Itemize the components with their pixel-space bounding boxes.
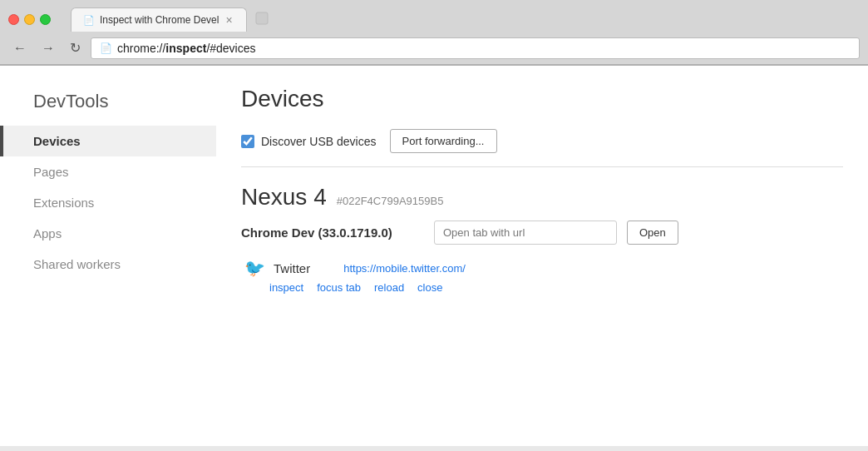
discover-usb-label: Discover USB devices: [261, 135, 377, 148]
back-button[interactable]: ←: [8, 37, 32, 59]
sidebar-item-shared-workers[interactable]: Shared workers: [0, 249, 216, 280]
sidebar-item-extensions[interactable]: Extensions: [0, 187, 216, 218]
device-id: #022F4C799A9159B5: [337, 195, 444, 207]
traffic-lights: [8, 14, 51, 25]
tab-item-header: 🐦 Twitter https://mobile.twitter.com/: [244, 258, 843, 278]
tab-actions: inspect focus tab reload close: [269, 281, 843, 294]
discover-usb-checkbox[interactable]: [241, 135, 254, 148]
close-link[interactable]: close: [417, 281, 442, 294]
svg-rect-0: [256, 12, 268, 24]
tab-url[interactable]: https://mobile.twitter.com/: [343, 262, 466, 275]
minimize-window-button[interactable]: [24, 14, 35, 25]
nav-bar: ← → ↻ 📄 chrome://inspect/#devices: [0, 32, 868, 65]
inspect-link[interactable]: inspect: [269, 281, 303, 294]
reload-link[interactable]: reload: [374, 281, 404, 294]
reload-button[interactable]: ↻: [65, 37, 86, 59]
address-text: chrome://inspect/#devices: [117, 42, 256, 55]
section-title: Devices: [241, 86, 843, 112]
devtools-title: DevTools: [0, 82, 216, 126]
browser-chrome: 📄 Inspect with Chrome Devel × ← → ↻ 📄 ch…: [0, 0, 868, 66]
address-bar[interactable]: 📄 chrome://inspect/#devices: [91, 37, 860, 59]
port-forwarding-button[interactable]: Port forwarding...: [390, 129, 497, 153]
sidebar: DevTools Devices Pages Extensions Apps S…: [0, 66, 216, 446]
tab-item: 🐦 Twitter https://mobile.twitter.com/ in…: [241, 258, 843, 294]
title-bar: 📄 Inspect with Chrome Devel ×: [0, 0, 868, 32]
sidebar-item-devices[interactable]: Devices: [0, 126, 216, 156]
device-section: Nexus 4 #022F4C799A9159B5 Chrome Dev (33…: [241, 184, 843, 294]
active-tab[interactable]: 📄 Inspect with Chrome Devel ×: [71, 7, 247, 32]
open-tab-url-input[interactable]: [434, 221, 617, 245]
tab-close-button[interactable]: ×: [224, 13, 234, 27]
browser-row: Chrome Dev (33.0.1719.0) Open: [241, 221, 843, 245]
forward-button[interactable]: →: [37, 37, 60, 59]
twitter-icon: 🐦: [244, 258, 265, 278]
tab-page-icon: 📄: [83, 15, 95, 26]
device-title-row: Nexus 4 #022F4C799A9159B5: [241, 184, 843, 211]
tab-bar: 📄 Inspect with Chrome Devel ×: [71, 7, 274, 32]
new-tab-button[interactable]: [250, 7, 274, 30]
main-content: Devices Discover USB devices Port forwar…: [216, 66, 868, 446]
sidebar-item-pages[interactable]: Pages: [0, 156, 216, 187]
device-name: Nexus 4: [241, 184, 327, 211]
discover-row: Discover USB devices Port forwarding...: [241, 129, 843, 167]
page-icon: 📄: [100, 42, 112, 54]
tab-title: Inspect with Chrome Devel: [100, 14, 219, 26]
browser-name: Chrome Dev (33.0.1719.0): [241, 226, 424, 240]
sidebar-item-apps[interactable]: Apps: [0, 218, 216, 249]
discover-checkbox-wrapper: Discover USB devices: [241, 135, 377, 148]
focus-tab-link[interactable]: focus tab: [317, 281, 361, 294]
tab-title-text: Twitter: [274, 261, 310, 275]
open-tab-button[interactable]: Open: [627, 221, 678, 245]
page: DevTools Devices Pages Extensions Apps S…: [0, 66, 868, 446]
maximize-window-button[interactable]: [40, 14, 51, 25]
close-window-button[interactable]: [8, 14, 19, 25]
